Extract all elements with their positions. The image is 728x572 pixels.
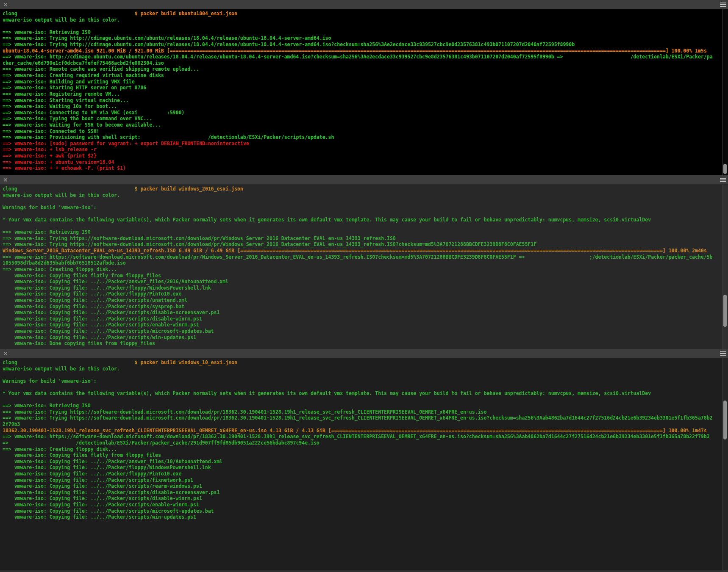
terminal-line: ==> vmware-iso: Registering remote VM... [3, 91, 728, 97]
terminal-text-segment: ubuntu-18.04.4-server-amd64.iso 921.00 M… [3, 48, 170, 54]
terminal-line: vmware-iso: Copying file: ../../Packer/s… [3, 495, 728, 502]
terminal-line: vmware-iso: Copying file: ../../Packer/s… [3, 328, 728, 334]
terminal-text-segment: ==> vmware-iso: Trying http://cdimage.ub… [3, 41, 575, 47]
terminal-output-area[interactable]: clong $ packer build ubuntu1804_esxi.jso… [0, 9, 728, 175]
terminal-text-segment: vmware-iso: Copying file: ../../Packer/f… [3, 291, 181, 297]
scrollbar-track[interactable] [722, 9, 728, 175]
terminal-line: ==> vmware-iso: Remote cache was verifie… [3, 66, 728, 72]
terminal-pane-windows10: ✕ clong $ packer build windows_10_esxi.j… [0, 349, 728, 570]
terminal-line: vmware-iso: Copying file: ../../Packer/s… [3, 316, 728, 322]
terminal-text-segment: ==> vmware-iso: https://software-downloa… [3, 254, 525, 260]
terminal-line: vmware-iso output will be in this color. [3, 366, 728, 372]
pane-title-bar: ✕ [0, 349, 728, 358]
close-icon[interactable]: ✕ [3, 349, 8, 358]
terminal-line: ==> vmware-iso: Connecting to VM via VNC… [3, 110, 728, 116]
terminal-text-segment: /detectionlab/ESXi/Packer/scripts/update… [208, 134, 334, 140]
terminal-pane-ubuntu1804: ✕ clong $ packer build ubuntu1804_esxi.j… [0, 0, 728, 175]
terminal-line: ==> vmware-iso: Building and writing VMX… [3, 79, 728, 85]
terminal-text-segment: ==> vmware-iso: Building and writing VMX… [3, 79, 135, 85]
terminal-line: vmware-iso: Copying file: ../../Packer/s… [3, 334, 728, 341]
scrollbar-thumb[interactable] [723, 164, 727, 174]
terminal-text-segment: 2f79b3 [3, 421, 20, 427]
terminal-text-segment: ==> vmware-iso: Waiting for SSH to becom… [3, 122, 161, 128]
terminal-line: Warnings for build 'vmware-iso': [3, 378, 728, 384]
terminal-text-segment: ] 100.00% 1m47s [663, 428, 707, 434]
terminal-text-segment: ==> vmware-iso: Starting virtual machine… [3, 97, 129, 103]
terminal-line: vmware-iso: Done copying files from flop… [3, 340, 728, 347]
terminal-text-segment: vmware-iso: Copying file: ../../Packer/s… [3, 483, 202, 489]
terminal-line: cker_cache/e6d790e1cf0dcbca7fefef75468ac… [3, 60, 728, 66]
terminal-line: 1055098d7ba8d2d635babf6bb76518512afbde.i… [3, 260, 728, 266]
terminal-line: ==> vmware-iso: Retrieving ISO [3, 403, 728, 409]
terminal-line: vmware-iso: Copying file: ../../Packer/s… [3, 304, 728, 310]
terminal-line: ==> vmware-iso: Creating floppy disk... [3, 266, 728, 273]
terminal-line: vmware-iso: Copying file: ../../Packer/a… [3, 459, 728, 465]
terminal-line: 18362.30.190401-1528.19h1_release_svc_re… [3, 428, 728, 434]
terminal-text-segment [17, 186, 135, 192]
close-icon[interactable]: ✕ [3, 0, 8, 9]
scrollbar-thumb[interactable] [723, 401, 727, 439]
terminal-text-segment: * Your vmx data contains the following v… [3, 390, 651, 396]
terminal-text-segment: ==> vmware-iso: [sudo] password for vagr… [3, 141, 249, 146]
terminal-line: ==> vmware-iso: Creating required virtua… [3, 72, 728, 79]
terminal-line [3, 23, 728, 29]
terminal-text-segment: ==> vmware-iso: + + echoawk -F. {print $… [3, 165, 126, 171]
terminal-text-segment [525, 254, 589, 260]
terminal-text-segment: vmware-iso: Copying file: ../../Packer/s… [3, 514, 196, 520]
terminal-line: ==> vmware-iso: [sudo] password for vagr… [3, 141, 728, 147]
terminal-text-segment [138, 110, 167, 116]
terminal-text-segment: vmware-iso output will be in this color. [3, 17, 120, 23]
terminal-line: vmware-iso: Copying file: ../../Packer/s… [3, 508, 728, 514]
terminal-line: clong $ packer build ubuntu1804_esxi.jso… [3, 11, 728, 17]
terminal-text-segment: vmware-iso: Copying files flatly from fl… [3, 273, 161, 279]
terminal-text-segment: ==> vmware-iso: Trying https://software-… [3, 409, 486, 415]
terminal-line: vmware-iso: Copying file: ../../Packer/f… [3, 291, 728, 297]
terminal-line: ==> vmware-iso: Connected to SSH! [3, 128, 728, 135]
terminal-text-segment: ==> vmware-iso: Starting HTTP server on … [3, 85, 146, 91]
terminal-text-segment: ==> vmware-iso: Trying http://cdimage.ub… [3, 35, 331, 41]
terminal-line: vmware-iso: Copying file: ../../Packer/s… [3, 309, 728, 316]
terminal-line: vmware-iso: Copying file: ../../Packer/a… [3, 279, 728, 285]
terminal-line: vmware-iso: Copying files flatly from fl… [3, 452, 728, 459]
terminal-text-segment: vmware-iso: Copying file: ../../Packer/s… [3, 297, 187, 303]
terminal-line: => /detectionlab/ESXi/Packer/packer_cach… [3, 440, 728, 446]
terminal-line: clong $ packer build windows_10_esxi.jso… [3, 359, 728, 366]
scrollbar-track[interactable] [722, 185, 728, 349]
terminal-text-segment: vmware-iso: Copying file: ../../Packer/a… [3, 459, 222, 464]
terminal-text-segment: ==> vmware-iso: Trying https://software-… [3, 415, 713, 421]
scrollbar-thumb[interactable] [723, 295, 727, 327]
terminal-text-segment: vmware-iso: Copying file: ../../Packer/f… [3, 471, 181, 477]
terminal-line: clong $ packer build windows_2016_esxi.j… [3, 186, 728, 192]
hamburger-menu-icon[interactable] [720, 351, 726, 356]
terminal-line: ==> vmware-iso: https://software-downloa… [3, 254, 728, 260]
terminal-line: ==> vmware-iso: Trying http://cdimage.ub… [3, 35, 728, 41]
scrollbar-track[interactable] [722, 358, 728, 570]
terminal-text-segment: vmware-iso: Copying file: ../../Packer/s… [3, 316, 202, 322]
terminal-text-segment: vmware-iso: Copying file: ../../Packer/s… [3, 309, 220, 315]
terminal-text-segment: /detectionlab/ESXi/Packer/packer_cache/2… [76, 440, 320, 446]
terminal-line: vmware-iso: Copying file: ../../Packer/s… [3, 477, 728, 484]
terminal-output-area[interactable]: clong $ packer build windows_2016_esxi.j… [0, 185, 728, 349]
hamburger-menu-icon[interactable] [720, 3, 726, 7]
terminal-line: * Your vmx data contains the following v… [3, 390, 728, 397]
terminal-text-segment: ] 100.00% 1m5s [666, 48, 707, 54]
terminal-line: ==> vmware-iso: Starting virtual machine… [3, 97, 728, 104]
terminal-text-segment: ==> vmware-iso: + lsb_release -r [3, 146, 97, 152]
terminal-text-segment: vmware-iso: Copying file: ../../Packer/s… [3, 334, 196, 340]
terminal-line: 2f79b3 [3, 421, 728, 428]
terminal-text-segment: 18362.30.190401-1528.19h1_release_svc_re… [3, 428, 331, 434]
close-icon[interactable]: ✕ [3, 176, 8, 184]
terminal-text-segment: ==> vmware-iso: Retrieving ISO [3, 229, 91, 235]
terminal-text-segment: vmware-iso output will be in this color. [3, 192, 120, 198]
terminal-line: ==> vmware-iso: + awk {print $2} [3, 153, 728, 159]
terminal-text-segment: cker_cache/e6d790e1cf0dcbca7fefef75468ac… [3, 60, 164, 66]
terminal-line: ==> vmware-iso: Waiting 10s for boot... [3, 103, 728, 110]
terminal-output-area[interactable]: clong $ packer build windows_10_esxi.jso… [0, 358, 728, 570]
terminal-text-segment: ==> vmware-iso: Registering remote VM... [3, 91, 120, 97]
terminal-text-segment: vmware-iso: Copying file: ../../Packer/a… [3, 279, 228, 285]
terminal-text-segment: vmware-iso: Done copying files from flop… [3, 340, 155, 346]
terminal-lines: clong $ packer build windows_10_esxi.jso… [0, 358, 728, 520]
terminal-line: vmware-iso: Copying file: ../../Packer/f… [3, 471, 728, 477]
terminal-text-segment [17, 11, 135, 17]
hamburger-menu-icon[interactable] [720, 178, 726, 182]
